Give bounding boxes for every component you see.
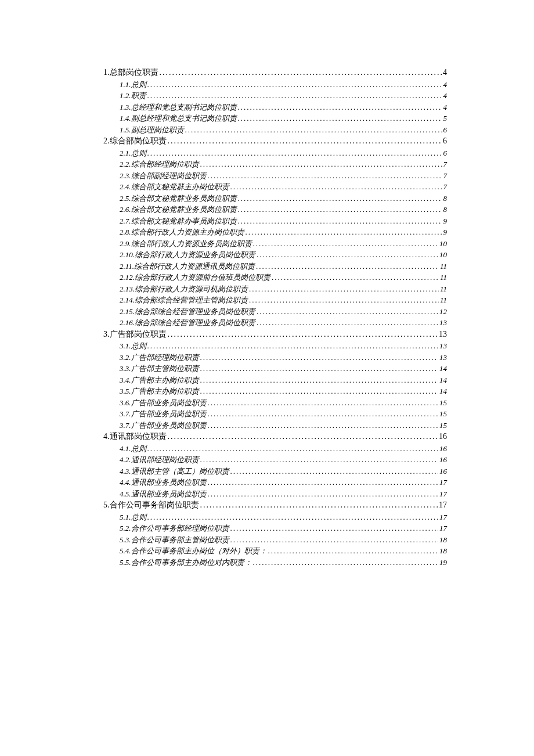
toc-page-number: 17 [439, 490, 447, 498]
toc-entry[interactable]: 1.3.总经理和党总支副书记岗位职责4 [120, 103, 447, 111]
toc-title: 3.5.广告部主办岗位职责 [120, 387, 199, 395]
toc-title: 1.总部岗位职责 [103, 69, 158, 77]
toc-page-number: 5 [443, 114, 448, 122]
toc-page-number: 14 [439, 365, 447, 372]
toc-entry[interactable]: 5.合作公司事务部岗位职责17 [103, 501, 447, 509]
toc-leader-dots [238, 103, 442, 111]
toc-page-number: 15 [439, 422, 447, 429]
toc-page-number: 4 [443, 69, 447, 77]
toc-title: 3.4.广告部主办岗位职责 [120, 376, 199, 384]
toc-leader-dots [230, 524, 439, 532]
toc-entry[interactable]: 2.15.综合部综合经营管理业务员岗位职责12 [120, 308, 447, 315]
toc-entry[interactable]: 2.3.综合部副经理岗位职责7 [120, 172, 447, 179]
toc-page-number: 6 [443, 137, 447, 145]
toc-page-number: 7 [443, 183, 448, 190]
toc-entry[interactable]: 2.8.综合部行政人力资源主办岗位职责9 [120, 228, 447, 236]
toc-entry[interactable]: 3.3.广告部主管岗位职责14 [120, 365, 447, 372]
toc-page-number: 16 [439, 445, 447, 452]
toc-leader-dots [200, 456, 439, 463]
toc-entry[interactable]: 1.4.副总经理和党总支书记岗位职责5 [120, 114, 447, 122]
toc-entry[interactable]: 2.2.综合部经理岗位职责7 [120, 160, 447, 168]
toc-leader-dots [200, 501, 438, 509]
toc-entry[interactable]: 4.3.通讯部主管（高工）岗位职责16 [120, 467, 447, 475]
toc-title: 2.3.综合部副经理岗位职责 [120, 172, 207, 179]
toc-entry[interactable]: 2.11.综合部行政人力资源通讯员岗位职责11 [120, 262, 447, 270]
toc-page-number: 11 [440, 273, 447, 281]
toc-leader-dots [208, 478, 439, 486]
toc-entry[interactable]: 2.10.综合部行政人力资源业务员岗位职责10 [120, 251, 447, 258]
toc-title: 1.4.副总经理和党总支书记岗位职责 [120, 114, 237, 122]
toc-entry[interactable]: 2.7.综合部文秘党群办事员岗位职责9 [120, 217, 447, 225]
toc-entry[interactable]: 3.1.总则13 [120, 342, 447, 350]
toc-entry[interactable]: 5.5.合作公司事务部主办岗位对内职责：19 [120, 559, 447, 566]
toc-title: 5.1.总则 [120, 513, 146, 521]
toc-leader-dots [208, 410, 439, 417]
toc-page-number: 16 [439, 467, 447, 475]
toc-leader-dots [246, 228, 442, 236]
toc-title: 2.15.综合部综合经营管理业务员岗位职责 [120, 308, 255, 315]
toc-leader-dots [230, 536, 439, 543]
toc-entry[interactable]: 3.7.广告部业务员岗位职责15 [120, 410, 447, 417]
toc-title: 3.7.广告部业务员岗位职责 [120, 422, 207, 429]
toc-title: 2.综合部岗位职责 [103, 137, 167, 145]
toc-title: 2.16.综合部综合经营管理业务员岗位职责 [120, 319, 255, 326]
toc-entry[interactable]: 1.1.总则4 [120, 81, 447, 88]
toc-entry[interactable]: 5.1.总则17 [120, 513, 447, 521]
toc-leader-dots [200, 160, 442, 168]
toc-entry[interactable]: 1.总部岗位职责4 [103, 69, 447, 77]
toc-entry[interactable]: 4.1.总则16 [120, 445, 447, 452]
toc-entry[interactable]: 3.4.广告部主办岗位职责14 [120, 376, 447, 384]
toc-leader-dots [253, 559, 439, 566]
toc-title: 2.4.综合部文秘党群主办岗位职责 [120, 183, 229, 190]
toc-entry[interactable]: 2.14.综合部综合经营管理主管岗位职责11 [120, 296, 447, 304]
toc-leader-dots [256, 262, 439, 270]
toc-entry[interactable]: 4.5.通讯部业务员岗位职责17 [120, 490, 447, 498]
toc-entry[interactable]: 2.16.综合部综合经营管理业务员岗位职责13 [120, 319, 447, 326]
toc-entry[interactable]: 2.5.综合部文秘党群业务员岗位职责8 [120, 195, 447, 202]
toc-title: 2.12.综合部行政人力资源前台值班员岗位职责 [120, 273, 270, 281]
toc-entry[interactable]: 5.3.合作公司事务部主管岗位职责18 [120, 536, 447, 543]
toc-entry[interactable]: 2.4.综合部文秘党群主办岗位职责7 [120, 183, 447, 190]
toc-leader-dots [185, 126, 442, 134]
toc-entry[interactable]: 2.综合部岗位职责6 [103, 137, 447, 145]
toc-leader-dots [208, 490, 439, 498]
toc-entry[interactable]: 2.12.综合部行政人力资源前台值班员岗位职责11 [120, 273, 447, 281]
toc-entry[interactable]: 4.通讯部岗位职责16 [103, 433, 447, 441]
toc-title: 5.合作公司事务部岗位职责 [103, 501, 199, 509]
toc-page-number: 8 [443, 206, 448, 213]
toc-page-number: 9 [443, 228, 448, 236]
toc-page-number: 13 [439, 354, 447, 361]
toc-leader-dots [200, 365, 439, 372]
toc-leader-dots [147, 342, 439, 350]
toc-page-number: 7 [443, 172, 448, 179]
toc-leader-dots [200, 354, 439, 361]
toc-title: 2.5.综合部文秘党群业务员岗位职责 [120, 195, 237, 202]
toc-entry[interactable]: 5.2.合作公司事务部经理岗位职责17 [120, 524, 447, 532]
toc-leader-dots [249, 285, 439, 293]
toc-title: 3.7.广告部业务员岗位职责 [120, 410, 207, 417]
toc-title: 5.2.合作公司事务部经理岗位职责 [120, 524, 229, 532]
toc-entry[interactable]: 2.6.综合部文秘党群业务员岗位职责8 [120, 206, 447, 213]
toc-entry[interactable]: 2.13.综合部行政人力资源司机岗位职责11 [120, 285, 447, 293]
toc-title: 2.9.综合部行政人力资源业务员岗位职责 [120, 240, 252, 247]
toc-entry[interactable]: 5.4.合作公司事务部主办岗位（对外）职责：18 [120, 547, 447, 555]
toc-leader-dots [238, 195, 442, 202]
toc-title: 3.2.广告部经理岗位职责 [120, 354, 199, 361]
toc-leader-dots [208, 422, 439, 429]
toc-entry[interactable]: 4.2.通讯部经理岗位职责16 [120, 456, 447, 463]
toc-entry[interactable]: 3.广告部岗位职责13 [103, 330, 447, 339]
toc-entry[interactable]: 2.1.总则6 [120, 149, 447, 157]
toc-entry[interactable]: 2.9.综合部行政人力资源业务员岗位职责10 [120, 240, 447, 247]
toc-leader-dots [208, 399, 439, 406]
toc-page-number: 10 [439, 240, 447, 247]
toc-entry[interactable]: 3.6.广告部业务员岗位职责15 [120, 399, 447, 406]
toc-entry[interactable]: 3.7.广告部业务员岗位职责15 [120, 422, 447, 429]
toc-entry[interactable]: 3.5.广告部主办岗位职责14 [120, 387, 447, 395]
toc-entry[interactable]: 3.2.广告部经理岗位职责13 [120, 354, 447, 361]
toc-entry[interactable]: 4.4.通讯部业务员岗位职责17 [120, 478, 447, 486]
toc-entry[interactable]: 1.5.副总理岗位职责6 [120, 126, 447, 134]
toc-entry[interactable]: 1.2.职责4 [120, 92, 447, 99]
toc-title: 2.8.综合部行政人力资源主办岗位职责 [120, 228, 244, 236]
toc-leader-dots [253, 240, 439, 247]
toc-page-number: 10 [439, 251, 447, 258]
